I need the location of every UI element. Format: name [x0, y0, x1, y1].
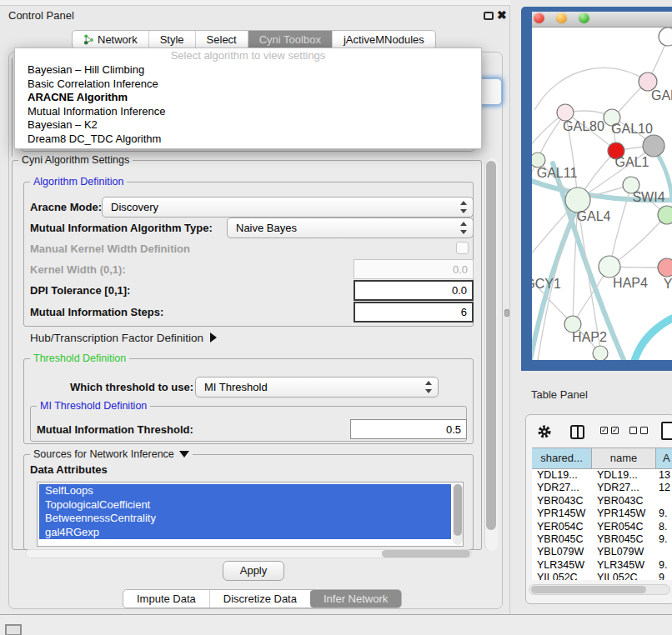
close-traffic-light[interactable] [534, 12, 544, 23]
table-row[interactable]: YLR345WYLR345W9. [532, 559, 672, 572]
network-edge[interactable] [534, 68, 648, 110]
minimized-panel-icon[interactable] [5, 624, 22, 635]
hub-definition-expander[interactable]: Hub/Transcription Factor Definition [30, 332, 217, 344]
network-edge[interactable] [634, 318, 672, 360]
deselect-all-icon[interactable] [640, 427, 648, 434]
table-cell [656, 495, 672, 508]
tab-discretize-data[interactable]: Discretize Data [209, 590, 310, 608]
mi-algorithm-type-label: Mutual Information Algorithm Type: [30, 222, 213, 234]
mi-threshold-group-title: MI Threshold Definition [37, 400, 150, 412]
node-label-gcy1: GCY1 [532, 277, 561, 291]
table-cell: 8. [656, 521, 672, 533]
algorithm-option-basic-correlation-inference[interactable]: Basic Correlation Inference [15, 78, 481, 92]
settings-hscrollbar-thumb[interactable] [382, 550, 470, 558]
network-node-y[interactable] [658, 258, 672, 277]
tab-cyni-toolbox[interactable]: Cyni Toolbox [248, 31, 332, 48]
aracne-mode-combo[interactable]: Discovery [102, 197, 474, 218]
network-node[interactable] [593, 346, 608, 360]
float-window-button[interactable] [484, 12, 494, 20]
network-node[interactable] [659, 28, 672, 46]
combo-stepper-icon [424, 381, 432, 393]
manual-kernel-width-checkbox[interactable] [456, 242, 469, 254]
column-header-a[interactable]: A [656, 448, 672, 468]
mi-threshold-label: Mutual Information Threshold: [37, 423, 193, 436]
data-attributes-list[interactable]: SelfLoopsTopologicalCoefficientBetweenne… [37, 482, 464, 547]
tab-jactivemnodules[interactable]: jActiveMNodules [332, 31, 435, 48]
attribute-item-betweennesscentrality[interactable]: BetweennessCentrality [39, 512, 451, 526]
table-cell: YLR345W [532, 559, 592, 572]
network-node[interactable] [658, 206, 672, 224]
algorithm-option-mutual-information-inference[interactable]: Mutual Information Inference [15, 105, 481, 119]
tab-impute-data[interactable]: Impute Data [123, 590, 209, 608]
table-row[interactable]: YDR27...YDR27...12 [532, 482, 672, 494]
deselect-all-icon[interactable] [629, 427, 637, 434]
node-label-gal11: GAL11 [537, 166, 578, 180]
column-header-shared[interactable]: shared... [532, 448, 592, 468]
network-window-titlebar[interactable] [532, 12, 672, 28]
network-node-hap4[interactable] [599, 256, 620, 278]
which-threshold-combo[interactable]: MI Threshold [195, 377, 439, 398]
table-row[interactable]: YDL19...YDL19...13 [532, 469, 672, 482]
close-icon[interactable]: ✖ [497, 8, 507, 22]
document-icon[interactable] [661, 422, 672, 440]
table-cell: 13 [656, 469, 672, 482]
table-hscrollbar-thumb[interactable] [531, 586, 646, 593]
mi-algorithm-type-combo[interactable]: Naive Bayes [227, 218, 474, 238]
mi-steps-field[interactable] [354, 302, 474, 322]
kernel-width-field[interactable] [354, 259, 474, 279]
app-screen: Control Panel ✖ NetworkStyleSelectCyni T… [0, 0, 672, 635]
split-columns-icon[interactable] [570, 425, 584, 439]
tab-select[interactable]: Select [195, 31, 248, 48]
column-header-name[interactable]: name [592, 448, 656, 468]
sources-group-title: Sources for Network Inference [30, 448, 193, 460]
mi-threshold-field[interactable] [350, 419, 467, 439]
settings-scrollbar-thumb[interactable] [486, 161, 496, 530]
attribute-item-topologicalcoefficient[interactable]: TopologicalCoefficient [39, 498, 451, 512]
tab-label: Impute Data [137, 592, 196, 605]
attributes-scrollbar-thumb[interactable] [454, 484, 462, 536]
node-label-y: Y [664, 277, 672, 291]
algorithm-option-dream8-dc-tdc-algorithm[interactable]: Dream8 DC_TDC Algorithm [15, 132, 481, 147]
data-attributes-label: Data Attributes [30, 463, 108, 476]
select-all-icon[interactable]: ✓ [600, 427, 608, 434]
attribute-item-gal4rgexp[interactable]: gal4RGexp [39, 526, 451, 540]
table-cell: YDR27... [532, 482, 592, 494]
dpi-tolerance-field[interactable] [354, 280, 474, 301]
table-row[interactable]: YBL079WYBL079W [532, 546, 672, 558]
network-canvas[interactable]: GALGAL80GAL10GAL1GAL11SWI4GAL4GCY1HAP4YH… [532, 28, 672, 360]
cyni-algorithm-settings-title: Cyni Algorithm Settings [18, 154, 133, 166]
network-node[interactable] [643, 135, 664, 157]
table-row[interactable]: YBR043CYBR043C [532, 495, 672, 508]
network-edge[interactable] [609, 215, 666, 267]
attribute-item-selfloops[interactable]: SelfLoops [39, 484, 451, 498]
table-cell: YBR045C [532, 533, 592, 546]
node-label-hap4: HAP4 [613, 276, 648, 290]
tab-style[interactable]: Style [148, 31, 195, 48]
node-label-gal4: GAL4 [577, 209, 611, 223]
algorithm-option-aracne-algorithm[interactable]: ARACNE Algorithm [15, 91, 481, 105]
table-header-row: shared...nameA [532, 448, 672, 469]
table-cell: 9. [656, 533, 672, 546]
zoom-traffic-light[interactable] [579, 12, 589, 23]
tab-label: Infer Network [323, 592, 388, 605]
table-cell [656, 546, 672, 558]
table-body: YDL19...YDL19...13YDR27...YDR27...12YBR0… [532, 469, 672, 580]
which-threshold-value: MI Threshold [204, 378, 268, 397]
tab-network[interactable]: Network [73, 31, 148, 48]
table-row[interactable]: YER054CYER054C8. [532, 521, 672, 533]
panel-resize-grip[interactable] [504, 309, 509, 317]
algorithm-option-bayesian-hill-climbing[interactable]: Bayesian – Hill Climbing [15, 63, 481, 78]
table-row[interactable]: YPR145WYPR145W9. [532, 508, 672, 520]
tab-infer-network[interactable]: Infer Network [310, 590, 401, 608]
cyni-bottom-tabbar: Impute DataDiscretize DataInfer Network [123, 589, 402, 608]
table-row[interactable]: YBR045CYBR045C9. [532, 533, 672, 546]
gear-icon[interactable] [537, 424, 552, 439]
algorithm-option-bayesian-k2[interactable]: Bayesian – K2 [15, 118, 481, 132]
apply-button[interactable]: Apply [223, 561, 284, 581]
bottom-strip [0, 615, 672, 635]
minimize-traffic-light[interactable] [556, 12, 567, 23]
table-row[interactable]: YIL052CYIL052C9 [532, 572, 672, 580]
algorithm-dropdown-popup: Select algorithm to view settings Bayesi… [14, 48, 482, 149]
network-node-gal80[interactable] [557, 104, 574, 121]
select-all-icon[interactable]: ✓ [611, 427, 619, 434]
